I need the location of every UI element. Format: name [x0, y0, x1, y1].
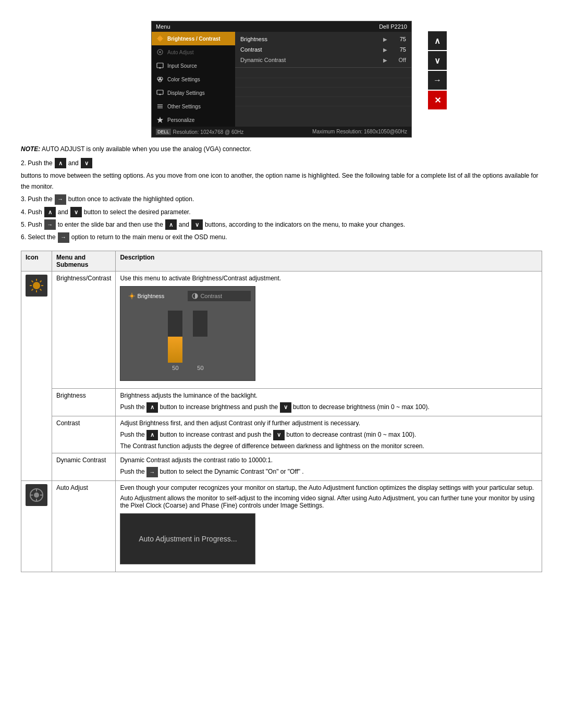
- table-row-brightness-contrast: Brightness/Contrast Use this menu to act…: [21, 271, 542, 388]
- instruction-6-num: 6. Select the: [21, 232, 56, 242]
- table-header-icon: Icon: [21, 251, 52, 271]
- osd-sub-contrast-val: 75: [390, 46, 406, 53]
- monitor-osd: Menu Dell P2210 Brightness /: [151, 21, 412, 138]
- bc-preview-header: Brightness Contrast: [125, 291, 251, 301]
- instruction-2-num: 2. Push the: [21, 158, 53, 168]
- table-desc-brightness: Brightness adjusts the luminance of the …: [116, 388, 542, 416]
- table-submenu-contrast: Contrast: [52, 416, 116, 453]
- osd-sub-brightness-val: 75: [390, 36, 406, 42]
- brightness-contrast-icon: [156, 34, 164, 43]
- svg-line-28: [32, 289, 33, 290]
- osd-menu-display-settings[interactable]: Display Settings: [152, 86, 235, 100]
- osd-sub-dynamic-contrast-arrow: ▶: [383, 57, 387, 63]
- osd-menu-color-settings[interactable]: Color Settings: [152, 72, 235, 86]
- table-header-submenu: Menu and Submenus: [52, 251, 116, 271]
- osd-menu-item-label: Auto Adjust: [167, 50, 194, 55]
- table-row-dynamic-contrast: Dynamic Contrast Dynamic Contrast adjust…: [21, 453, 542, 480]
- osd-menu-item-label: Color Settings: [167, 77, 200, 82]
- table-desc-dynamic-contrast: Dynamic Contrast adjusts the contrast ra…: [116, 453, 542, 480]
- brightness-slider-val: 50: [172, 365, 178, 371]
- instruction-4-text: button to select the desired parameter.: [84, 207, 191, 217]
- osd-sub-dynamic-contrast[interactable]: Dynamic Contrast ▶ Off: [235, 55, 411, 65]
- svg-rect-7: [157, 63, 163, 68]
- down-button-inline-5: ∨: [191, 219, 203, 230]
- instructions: 2. Push the ∧ and ∨ buttons to move betw…: [21, 158, 542, 243]
- instruction-3-num: 3. Push the: [21, 194, 53, 204]
- osd-header: Menu Dell P2210: [152, 21, 411, 32]
- input-source-icon: [156, 61, 164, 70]
- osd-menu-personalize[interactable]: Personalize: [152, 113, 235, 127]
- osd-menu-other-settings[interactable]: Other Settings: [152, 100, 235, 113]
- bc-tab-brightness-label: Brightness: [137, 293, 164, 299]
- dell-brand-icon: DELL: [156, 129, 171, 135]
- osd-menu-auto-adjust[interactable]: Auto Adjust: [152, 45, 235, 59]
- brightness-contrast-icon-cell: [21, 271, 52, 480]
- osd-footer: DELL Resolution: 1024x768 @ 60Hz Maximum…: [152, 127, 411, 137]
- nav-enter-button[interactable]: →: [428, 71, 447, 90]
- svg-point-6: [159, 51, 161, 53]
- instruction-5-text2: buttons, according to the indicators on …: [205, 219, 405, 230]
- contrast-tab-icon: [192, 293, 198, 299]
- instruction-4-num: 4. Push: [21, 207, 42, 217]
- bc-sliders: 50 50: [125, 305, 251, 376]
- osd-title-left: Menu: [156, 23, 170, 30]
- svg-line-25: [32, 280, 33, 282]
- osd-menu-input-source[interactable]: Input Source: [152, 59, 235, 72]
- auto-adjust-desc-1: Even though your computer recognizes you…: [120, 484, 537, 491]
- osd-menu-brightness-contrast[interactable]: Brightness / Contrast: [152, 32, 235, 45]
- instruction-6-text: option to return to the main menu or exi…: [71, 232, 227, 242]
- note-label: NOTE:: [21, 145, 40, 153]
- table-submenu-brightness-contrast: Brightness/Contrast: [52, 271, 116, 388]
- table-row-brightness: Brightness Brightness adjusts the lumina…: [21, 388, 542, 416]
- enter-button-inline-5: →: [44, 219, 56, 230]
- up-button-inline-5: ∧: [165, 219, 177, 230]
- bc-tab-brightness: Brightness: [125, 291, 188, 301]
- up-btn-contrast: ∧: [146, 430, 158, 440]
- auto-adjust-icon-svg: [29, 487, 44, 503]
- contrast-slider-track: [193, 311, 207, 363]
- osd-menu-item-label: Brightness / Contrast: [167, 36, 221, 42]
- enter-btn-dynamic: →: [146, 467, 158, 477]
- instruction-2-and: and: [68, 158, 79, 168]
- osd-left-menu: Brightness / Contrast Auto Adjust: [152, 32, 235, 127]
- instruction-2: 2. Push the ∧ and ∨ buttons to move betw…: [21, 158, 542, 192]
- contrast-desc-2: Push the ∧ button to increase contrast a…: [120, 430, 537, 440]
- down-button-inline-4: ∨: [70, 207, 82, 217]
- enter-button-inline-6: →: [58, 232, 69, 243]
- table-header-description: Description: [116, 251, 542, 271]
- instruction-5: 5. Push → to enter the slide bar and the…: [21, 219, 542, 230]
- brightness-slider-track: [168, 311, 182, 363]
- table-desc-brightness-contrast: Use this menu to activate Brightness/Con…: [116, 271, 542, 388]
- osd-menu-item-label: Input Source: [167, 63, 197, 69]
- brightness-slider-fill: [168, 337, 182, 363]
- contrast-desc-3: The Contrast function adjusts the degree…: [120, 442, 537, 450]
- brightness-tab-icon: [129, 293, 135, 299]
- description-table: Icon Menu and Submenus Description: [21, 251, 542, 572]
- enter-button-inline-3: →: [55, 194, 66, 205]
- svg-line-26: [40, 289, 42, 290]
- auto-adjust-icon: [156, 48, 164, 56]
- nav-down-button[interactable]: ∨: [428, 51, 447, 70]
- bc-tab-contrast: Contrast: [188, 291, 251, 301]
- osd-sub-brightness[interactable]: Brightness ▶ 75: [235, 34, 411, 44]
- osd-footer-right: Maximum Resolution: 1680x1050@60Hz: [312, 129, 407, 135]
- osd-nav-buttons: ∧ ∨ → ✕: [428, 31, 447, 109]
- osd-sub-dynamic-contrast-label: Dynamic Contrast: [240, 57, 380, 63]
- up-button-inline-4: ∧: [44, 207, 56, 217]
- bc-tab-contrast-label: Contrast: [200, 293, 222, 299]
- note-text: AUTO ADJUST is only available when you u…: [42, 145, 251, 153]
- nav-exit-button[interactable]: ✕: [428, 91, 447, 109]
- auto-adjust-preview: Auto Adjustment in Progress...: [120, 513, 255, 564]
- instruction-5-text: to enter the slide bar and then use the: [58, 219, 163, 230]
- note-section: NOTE: AUTO ADJUST is only available when…: [21, 145, 542, 153]
- nav-up-button[interactable]: ∧: [428, 31, 447, 50]
- svg-point-20: [33, 282, 40, 289]
- instruction-4: 4. Push ∧ and ∨ button to select the des…: [21, 207, 542, 217]
- instruction-5-and: and: [179, 219, 189, 230]
- osd-sub-contrast-label: Contrast: [240, 46, 380, 53]
- display-settings-icon: [156, 89, 164, 97]
- svg-point-0: [158, 36, 162, 41]
- osd-menu-item-label: Display Settings: [167, 90, 205, 96]
- auto-adjust-preview-text: Auto Adjustment in Progress...: [139, 535, 237, 543]
- osd-sub-contrast[interactable]: Contrast ▶ 75: [235, 44, 411, 55]
